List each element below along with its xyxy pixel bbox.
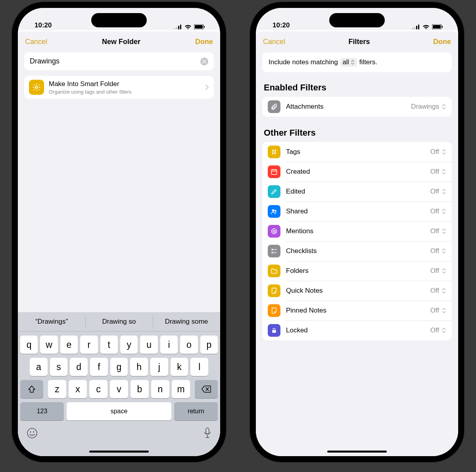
svg-rect-13 [414,27,415,29]
checklist-icon [268,245,280,257]
key-g[interactable]: g [110,358,128,376]
svg-rect-1 [176,27,177,29]
svg-point-8 [27,428,37,438]
chevron-updown-icon [441,188,446,195]
modal-stack: Cancel New Folder Done [18,31,220,456]
suggestion-2[interactable]: Drawing some [153,312,220,331]
key-u[interactable]: u [140,336,157,354]
svg-point-7 [35,86,38,88]
key-z[interactable]: z [48,380,66,398]
key-r[interactable]: r [80,336,98,354]
filter-label: Created [286,168,425,176]
battery-icon [432,24,443,29]
key-d[interactable]: d [70,358,88,376]
suggestion-1[interactable]: Drawing so [85,312,153,331]
enabled-filters-list: AttachmentsDrawings [262,97,452,117]
emoji-key[interactable] [27,428,38,439]
modal-stack: Cancel Filters Done Include notes matchi… [256,31,458,456]
hash-icon [268,146,280,158]
key-row-1: qwertyuiop [18,332,220,354]
signal-icon [174,25,182,29]
key-e[interactable]: e [60,336,78,354]
svg-rect-15 [418,25,419,29]
phone-right: 10:20 Cancel Filters Done Include notes … [250,2,464,462]
home-indicator[interactable] [327,451,387,453]
key-m[interactable]: m [172,380,190,398]
return-key[interactable]: return [174,402,218,420]
key-s[interactable]: s [50,358,68,376]
folder-name-input[interactable] [30,57,200,65]
filter-value: Off [430,227,446,235]
status-icons [412,24,443,29]
shared-icon [268,205,280,218]
key-b[interactable]: b [131,380,149,398]
other-row-edited[interactable]: EditedOff [262,182,452,201]
svg-rect-18 [442,26,443,28]
svg-rect-14 [416,26,417,29]
key-p[interactable]: p [200,336,218,354]
other-row-created[interactable]: CreatedOff [262,162,452,182]
key-q[interactable]: q [20,336,38,354]
key-x[interactable]: x [69,380,87,398]
space-key[interactable]: space [67,402,171,420]
key-c[interactable]: c [89,380,107,398]
other-row-shared[interactable]: SharedOff [262,201,452,221]
other-row-pinned-notes[interactable]: Pinned NotesOff [262,301,452,320]
key-l[interactable]: l [190,358,208,376]
clear-icon[interactable] [200,58,208,65]
key-v[interactable]: v [110,380,128,398]
key-k[interactable]: k [171,358,188,376]
other-row-mentions[interactable]: MentionsOff [262,221,452,241]
filter-value: Off [430,168,446,176]
dictation-key[interactable] [203,428,211,439]
key-h[interactable]: h [130,358,148,376]
status-bar: 10:20 [256,8,458,30]
key-n[interactable]: n [151,380,169,398]
other-row-locked[interactable]: LockedOff [262,320,452,340]
backspace-key[interactable] [195,380,218,398]
other-row-checklists[interactable]: ChecklistsOff [262,241,452,261]
filter-value: Off [430,148,446,156]
folder-icon [268,265,280,277]
filter-value: Off [430,267,446,275]
numbers-key[interactable]: 123 [20,402,64,420]
make-smart-folder-row[interactable]: Make Into Smart Folder Organize using ta… [24,76,214,99]
chevron-updown-icon [441,228,446,234]
done-button[interactable]: Done [195,38,213,46]
pin-icon [268,304,280,317]
chevron-updown-icon [441,104,446,110]
battery-icon [194,24,205,29]
key-f[interactable]: f [90,358,108,376]
cancel-button[interactable]: Cancel [263,38,285,46]
smart-folder-subtitle: Organize using tags and other filters [49,89,132,95]
key-row-4: 123 space return [18,398,220,424]
sheet-new-folder: Cancel New Folder Done [18,31,220,456]
svg-rect-19 [271,170,277,175]
key-a[interactable]: a [30,358,48,376]
key-t[interactable]: t [100,336,118,354]
cancel-button[interactable]: Cancel [25,38,47,46]
match-pre: Include notes matching [269,58,338,66]
home-indicator[interactable] [89,451,149,453]
other-row-quick-notes[interactable]: Quick NotesOff [262,281,452,301]
key-row-2: asdfghjkl [18,354,220,376]
other-row-folders[interactable]: FoldersOff [262,261,452,281]
svg-rect-0 [174,28,175,29]
filter-value: Off [430,247,446,255]
enabled-row-attachments[interactable]: AttachmentsDrawings [262,97,452,117]
svg-rect-6 [204,26,205,28]
key-o[interactable]: o [180,336,198,354]
filter-value: Off [430,307,446,315]
key-j[interactable]: j [150,358,168,376]
filter-label: Checklists [286,247,425,255]
key-w[interactable]: w [40,336,58,354]
key-i[interactable]: i [160,336,178,354]
suggestion-0[interactable]: “Drawings” [18,312,85,331]
shift-key[interactable] [20,380,43,398]
chevron-updown-icon [441,288,446,294]
svg-rect-2 [178,26,179,29]
other-row-tags[interactable]: TagsOff [262,142,452,162]
match-mode-dropdown[interactable]: all [340,58,357,67]
done-button[interactable]: Done [433,38,451,46]
key-y[interactable]: y [120,336,138,354]
